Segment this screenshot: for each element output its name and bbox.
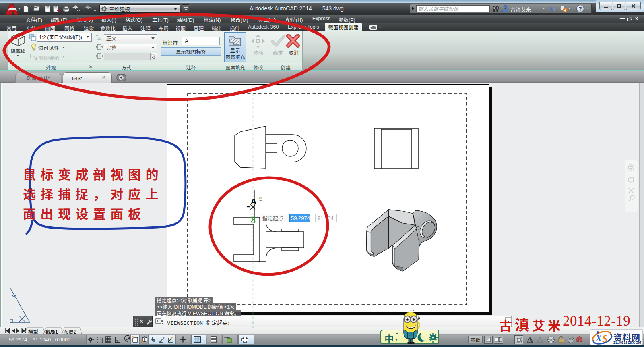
svg-text:X: X [552,6,556,12]
svg-text:A: A [161,319,163,322]
svg-text:S: S [602,333,608,344]
svg-text:X: X [595,332,603,343]
